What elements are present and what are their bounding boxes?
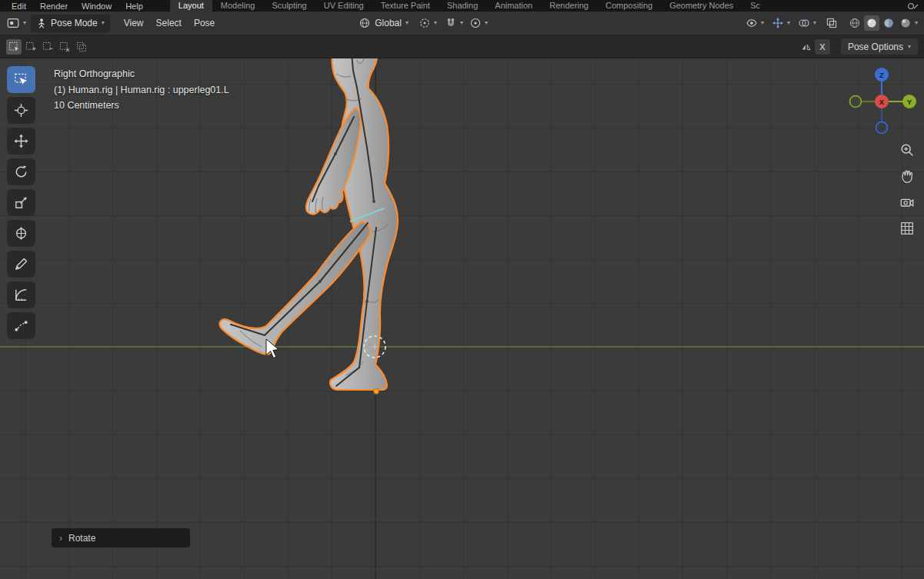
tab-scripting[interactable]: Sc <box>742 0 769 12</box>
chevron-down-icon: ▾ <box>761 20 764 26</box>
operator-label: Rotate <box>68 533 95 544</box>
pose-mode-icon <box>36 18 47 28</box>
shading-solid-button[interactable] <box>864 15 879 31</box>
gizmo-neg-z-ball[interactable] <box>876 122 888 134</box>
pivot-point-dropdown[interactable]: ▾ <box>419 17 437 29</box>
menu-render[interactable]: Render <box>33 2 75 12</box>
tab-animation[interactable]: Animation <box>486 0 541 12</box>
tab-geometry-nodes[interactable]: Geometry Nodes <box>661 0 742 12</box>
snap-magnet-icon[interactable] <box>445 17 457 29</box>
mirror-x-toggle[interactable]: X <box>815 39 830 55</box>
tool-pose-breakdowner[interactable] <box>7 312 35 339</box>
select-mode-extend-button[interactable] <box>23 39 38 55</box>
shading-material-button[interactable] <box>881 15 896 31</box>
menu-view[interactable]: View <box>118 18 150 28</box>
toggle-xray-button[interactable] <box>824 15 839 31</box>
tool-transform[interactable] <box>7 220 35 247</box>
menu-select[interactable]: Select <box>150 18 188 28</box>
select-extend-icon <box>25 41 37 53</box>
pivot-point-icon <box>419 17 431 29</box>
viewport-header: ▾ Pose Mode ▾ View Select Pose Global ▾ <box>0 12 924 35</box>
gizmo-icon <box>772 17 784 29</box>
gizmo-z-ball[interactable]: Z <box>875 68 889 82</box>
operator-panel[interactable]: › Rotate <box>52 528 190 547</box>
topbar: Edit Render Window Help Layout Modeling … <box>0 0 924 12</box>
tab-rendering[interactable]: Rendering <box>541 0 597 12</box>
zoom-icon <box>899 142 915 158</box>
snap-controls: ▾ <box>445 17 463 29</box>
shading-wireframe-button[interactable] <box>847 15 862 31</box>
pan-button[interactable] <box>897 166 917 186</box>
tool-scale[interactable] <box>7 189 35 216</box>
select-intersect-icon <box>75 41 88 53</box>
mode-label: Pose Mode <box>51 18 98 28</box>
chevron-down-icon: ▾ <box>405 20 409 26</box>
mode-selector[interactable]: Pose Mode ▾ <box>31 15 110 32</box>
gizmo-x-label: X <box>879 98 885 106</box>
select-subtract-icon <box>42 41 54 53</box>
annotate-pen-icon <box>13 256 29 272</box>
tool-select-box[interactable] <box>7 66 35 93</box>
editor-type-icon <box>6 16 20 30</box>
pose-options-label: Pose Options <box>848 42 903 52</box>
pose-options-dropdown[interactable]: Pose Options ▾ <box>841 38 918 55</box>
toggle-ortho-button[interactable] <box>897 218 917 238</box>
xray-icon <box>826 17 838 29</box>
viewport-menus: View Select Pose <box>118 18 222 28</box>
select-mode-intersect-button[interactable] <box>74 39 89 55</box>
tab-modeling[interactable]: Modeling <box>212 0 264 12</box>
cursor-tool-icon <box>13 102 29 118</box>
menu-window[interactable]: Window <box>75 2 118 12</box>
grid-icon <box>899 221 915 236</box>
select-mode-set-button[interactable] <box>6 39 22 55</box>
proportional-edit-icon[interactable] <box>469 17 482 29</box>
view-name-label: Right Orthographic <box>54 66 229 82</box>
chevron-down-icon: ▾ <box>915 20 918 26</box>
scene-icon[interactable] <box>907 2 919 11</box>
tab-compositing[interactable]: Compositing <box>597 0 661 12</box>
navigation-gizmo[interactable]: Z Y X <box>846 65 920 138</box>
chevron-down-icon: ▾ <box>460 20 463 26</box>
tab-sculpting[interactable]: Sculpting <box>263 0 315 12</box>
menu-help[interactable]: Help <box>118 2 150 12</box>
chevron-down-icon: ▾ <box>813 20 816 26</box>
show-overlays-dropdown[interactable]: ▾ <box>798 17 816 29</box>
wireframe-shading-icon <box>849 17 861 29</box>
viewport-nav-buttons <box>897 140 917 238</box>
tool-rotate[interactable] <box>7 158 35 185</box>
zoom-button[interactable] <box>897 140 917 160</box>
select-mode-invert-button[interactable] <box>57 39 72 55</box>
select-mode-subtract-button[interactable] <box>40 39 55 55</box>
breakdowner-tool-icon <box>13 318 29 334</box>
transform-orientation-dropdown[interactable]: Global ▾ <box>353 15 414 32</box>
rendered-shading-icon <box>899 17 912 29</box>
gizmo-neg-y-ball[interactable] <box>850 96 862 108</box>
tool-cursor[interactable] <box>7 97 35 124</box>
select-invert-icon <box>58 41 71 53</box>
camera-view-button[interactable] <box>897 192 917 212</box>
tab-shading[interactable]: Shading <box>439 0 486 12</box>
box-select-icon <box>13 72 29 88</box>
blender-window: Edit Render Window Help Layout Modeling … <box>0 0 924 579</box>
editor-type-dropdown[interactable]: ▾ <box>6 16 26 30</box>
tab-texture-paint[interactable]: Texture Paint <box>372 0 439 12</box>
object-visibility-dropdown[interactable]: ▾ <box>746 17 764 29</box>
gizmo-x-ball[interactable]: X <box>875 95 889 108</box>
shading-rendered-button[interactable] <box>898 15 913 31</box>
menu-edit[interactable]: Edit <box>5 2 33 12</box>
show-gizmo-dropdown[interactable]: ▾ <box>772 17 790 29</box>
overlays-icon <box>798 17 810 29</box>
tool-move[interactable] <box>7 128 35 155</box>
visibility-eye-icon <box>746 17 758 29</box>
material-shading-icon <box>882 17 895 29</box>
tab-layout[interactable]: Layout <box>170 0 212 12</box>
menu-pose[interactable]: Pose <box>188 18 221 28</box>
gizmo-y-ball[interactable]: Y <box>902 95 916 108</box>
tool-measure[interactable] <box>7 281 35 308</box>
tab-uv-editing[interactable]: UV Editing <box>315 0 372 12</box>
tool-annotate[interactable] <box>7 251 35 278</box>
tool-settings-bar: X Pose Options ▾ <box>0 35 924 58</box>
transform-tool-icon <box>13 225 29 241</box>
proportional-edit-controls: ▾ <box>469 17 488 29</box>
viewport-3d[interactable] <box>0 58 924 579</box>
